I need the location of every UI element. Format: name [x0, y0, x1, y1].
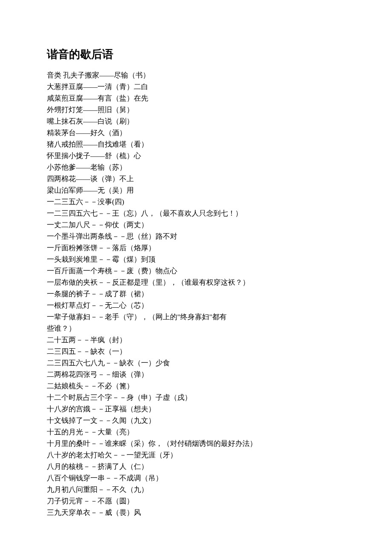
- text-line: 十二个时辰占三个字－－身（申）子虚（戌）: [47, 392, 345, 403]
- text-line: 一百斤面蒸一个寿桃－－废（费）物点心: [47, 265, 345, 277]
- text-line: 一层布做的夹袄－－反正都是理（里），（谁最有权穿这袄？）: [47, 277, 345, 288]
- text-line: 嘴上抹石灰——白说（刷）: [47, 116, 345, 127]
- text-line: 一斤面粉摊张饼－－落后（烙厚）: [47, 242, 345, 254]
- text-line: 八月的核桃－－挤满了人（仁）: [47, 461, 345, 472]
- text-line: 外甥打灯笼——照旧（舅）: [47, 104, 345, 116]
- text-line: 一二三四五六七－－王（忘）八，（最不喜欢人只念到七！）: [47, 208, 345, 219]
- text-line: 十文钱掉了一文－－久闻（九文）: [47, 415, 345, 426]
- text-line: 咸菜煎豆腐——有言（盐）在先: [47, 92, 345, 104]
- text-line: 一根灯草点灯－－无二心（芯）: [47, 300, 345, 311]
- text-line: 些谁？）: [47, 323, 345, 334]
- text-line: 八十岁的老太打哈欠－－一望无涯（牙）: [47, 449, 345, 461]
- text-line: 八百个铜钱穿一串－－不成调（吊）: [47, 472, 345, 484]
- document-title: 谐音的歇后语: [47, 47, 345, 62]
- text-line: 小苏他爹——老输（苏）: [47, 162, 345, 173]
- text-line: 刀子切元宵－－不愿（圆）: [47, 495, 345, 507]
- text-line: 怀里揣小拢子——舒（梳）心: [47, 150, 345, 162]
- text-line: 三九天穿单衣－－威（畏）风: [47, 507, 345, 518]
- text-line: 四两棉花——谈（弹）不上: [47, 173, 345, 185]
- text-line: 十八岁的宫娥－－正享福（想夫）: [47, 403, 345, 415]
- text-line: 一头栽到炭堆里－－霉（煤）到顶: [47, 254, 345, 265]
- text-line: 二十五两－－半疯（封）: [47, 334, 345, 346]
- text-line: 一辈子做寡妇－－老手（守），（网上的"终身寡妇"都有: [47, 311, 345, 323]
- text-line: 二两棉花四张弓－－细谈（弹）: [47, 369, 345, 380]
- text-line: 精装茅台——好久（酒）: [47, 127, 345, 139]
- text-line: 二姑娘梳头－－不必（篦）: [47, 380, 345, 392]
- text-line: 十五的月光－－大量（亮）: [47, 426, 345, 438]
- text-line: 二三四五－－缺衣（一）: [47, 346, 345, 357]
- text-line: 二三四五六七八九－－缺衣（一）少食: [47, 357, 345, 369]
- text-line: 一二三五六－－没事(四): [47, 196, 345, 208]
- text-line: 猪八戒拍照——自找难堪（看）: [47, 139, 345, 150]
- document-body: 音类 孔夫子搬家——尽输（书）大葱拌豆腐——一清（青）二白咸菜煎豆腐——有言（盐…: [47, 69, 345, 518]
- text-line: 九月初八问重阳－－不久（九）: [47, 484, 345, 495]
- text-line: 梁山泊军师——无（吴）用: [47, 185, 345, 196]
- text-line: 大葱拌豆腐——一清（青）二白: [47, 81, 345, 92]
- text-line: 一丈二加八尺－－仰仗（两丈）: [47, 219, 345, 231]
- text-line: 十月里的桑叶－－谁来睬（采）你，（对付硝烟诱饵的最好办法）: [47, 438, 345, 449]
- text-line: 一条腿的裤子－－成了群（裙）: [47, 288, 345, 300]
- text-line: 一个墨斗弹出两条线－－思（丝）路不对: [47, 231, 345, 242]
- text-line: 音类 孔夫子搬家——尽输（书）: [47, 69, 345, 81]
